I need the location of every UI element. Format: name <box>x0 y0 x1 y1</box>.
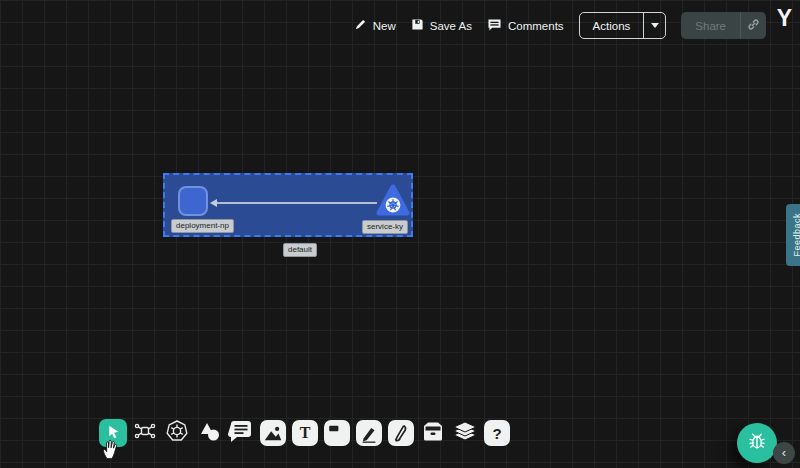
comments-button[interactable]: Comments <box>487 18 564 33</box>
bottom-toolbar: T <box>99 419 511 447</box>
feedback-tab-label: Feedback <box>792 213 800 257</box>
actions-label: Actions <box>580 13 644 38</box>
kubernetes-tool[interactable] <box>163 419 191 447</box>
share-button[interactable]: Share <box>681 12 740 39</box>
pencil-icon <box>354 18 367 33</box>
actions-button[interactable]: Actions <box>579 12 667 39</box>
app-logo: Y <box>777 5 793 32</box>
archive-tool[interactable] <box>419 419 447 447</box>
app-root: { "app": { "logo_text": "Y" }, "top_tool… <box>0 0 800 468</box>
k8s-deployment-node[interactable] <box>178 186 208 216</box>
comment-icon <box>487 18 502 33</box>
link-icon <box>747 17 760 35</box>
comment-bubble-icon <box>228 418 254 448</box>
copy-link-button[interactable] <box>740 12 766 39</box>
bug-icon <box>746 430 768 456</box>
report-bug-button[interactable] <box>737 423 777 463</box>
save-as-label: Save As <box>430 20 472 32</box>
layers-icon <box>452 418 478 448</box>
pen-tool[interactable] <box>355 419 383 447</box>
save-icon <box>411 18 424 33</box>
node-label-deployment[interactable]: deployment-np <box>171 219 234 233</box>
image-tool[interactable] <box>259 419 287 447</box>
image-icon <box>260 420 286 446</box>
flow-diagram-tool[interactable] <box>131 419 159 447</box>
new-label: New <box>373 20 396 32</box>
select-tool[interactable] <box>99 419 127 447</box>
question-mark-icon: ? <box>484 420 510 446</box>
shapes-icon <box>197 419 221 447</box>
pencil-tool[interactable] <box>387 419 415 447</box>
comment-tool[interactable] <box>227 419 255 447</box>
kubernetes-icon <box>165 419 189 447</box>
new-button[interactable]: New <box>354 18 396 33</box>
selection-group[interactable]: deployment-np service-ky <box>163 173 413 237</box>
node-label-service[interactable]: service-ky <box>362 220 408 234</box>
share-button-group: Share <box>681 12 766 39</box>
connector-arrowhead-icon <box>210 199 217 207</box>
flow-diagram-icon <box>133 419 157 447</box>
pencil-icon-tool <box>388 420 414 446</box>
cursor-arrow-icon <box>104 422 122 444</box>
note-icon <box>324 420 350 446</box>
k8s-service-node[interactable] <box>376 184 410 217</box>
archive-box-icon <box>420 418 446 448</box>
note-tool[interactable] <box>323 419 351 447</box>
layers-tool[interactable] <box>451 419 479 447</box>
chevron-left-icon: ‹ <box>782 446 786 459</box>
shapes-tool[interactable] <box>195 419 223 447</box>
caret-down-icon <box>651 23 659 28</box>
help-tool[interactable]: ? <box>483 419 511 447</box>
pen-icon <box>356 420 382 446</box>
collapse-panel-button[interactable]: ‹ <box>773 442 795 464</box>
top-toolbar: New Save As Comments Actions Share <box>354 12 766 39</box>
text-tool[interactable]: T <box>291 419 319 447</box>
namespace-label[interactable]: default <box>283 243 317 257</box>
comments-label: Comments <box>508 20 564 32</box>
text-icon: T <box>292 420 318 446</box>
feedback-tab[interactable]: Feedback <box>786 204 800 266</box>
actions-dropdown-toggle[interactable] <box>643 13 665 38</box>
save-as-button[interactable]: Save As <box>411 18 472 33</box>
connector-line[interactable] <box>216 202 377 204</box>
